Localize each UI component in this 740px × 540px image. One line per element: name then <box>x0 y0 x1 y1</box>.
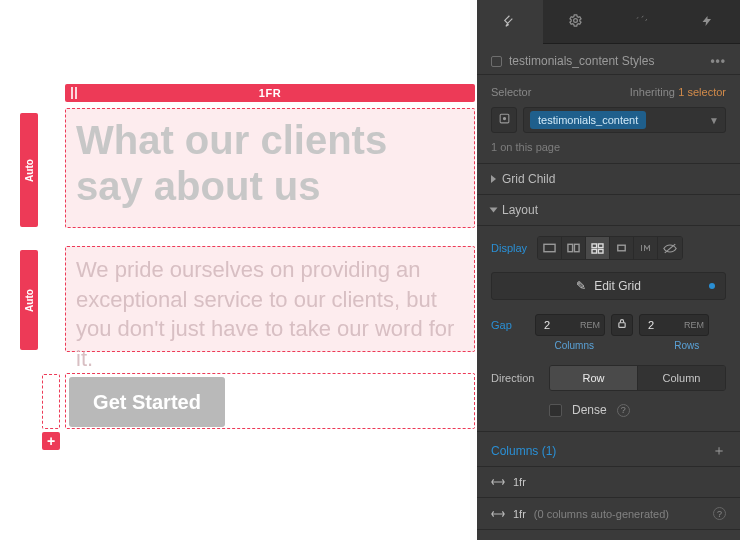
grid-cell-cta[interactable]: Get Started <box>65 373 475 429</box>
grid-column-header[interactable]: 1FR <box>65 84 475 102</box>
section-layout[interactable]: Layout <box>477 195 740 226</box>
gap-rows-sublabel: Rows <box>648 340 727 351</box>
svg-rect-5 <box>574 244 579 251</box>
body-text: We pride ourselves on providing an excep… <box>76 255 464 374</box>
add-column-button[interactable]: ＋ <box>712 442 726 460</box>
grid-row-badge-2[interactable]: Auto <box>20 250 38 350</box>
flex-icon <box>567 243 580 253</box>
grid-icon <box>591 243 604 254</box>
display-inlineblock-button[interactable] <box>610 237 634 259</box>
svg-rect-10 <box>618 245 625 251</box>
grid-cell-heading[interactable]: What our clients say about us <box>65 108 475 228</box>
grid-row-fr-placeholder[interactable] <box>42 374 60 429</box>
chevron-down-icon[interactable]: ▼ <box>709 115 719 126</box>
gap-columns-input[interactable]: 2 REM <box>535 314 605 336</box>
width-arrows-icon <box>491 478 505 486</box>
add-row-button[interactable]: + <box>42 432 60 450</box>
grid-row-badge-1[interactable]: Auto <box>20 113 38 227</box>
brush-icon <box>503 14 517 31</box>
droplets-icon <box>634 13 649 31</box>
columns-section-header[interactable]: Columns (1) ＋ <box>477 432 740 467</box>
width-arrows-icon <box>491 510 505 518</box>
svg-rect-6 <box>592 243 597 247</box>
svg-rect-12 <box>619 323 625 328</box>
inheriting-label: Inheriting <box>630 86 675 98</box>
gap-label: Gap <box>491 319 529 331</box>
selector-label: Selector <box>491 86 531 98</box>
svg-rect-4 <box>568 244 573 251</box>
panel-tabs <box>477 0 740 44</box>
inline-icon <box>639 243 653 253</box>
dense-checkbox[interactable] <box>549 404 562 417</box>
selector-section: Selector Inheriting 1 selector testimoni… <box>477 75 740 164</box>
direction-row-button[interactable]: Row <box>550 366 638 390</box>
selector-count: 1 on this page <box>491 141 726 153</box>
design-canvas[interactable]: 1FR Auto Auto + What our clients say abo… <box>0 0 477 540</box>
selector-chip[interactable]: testimonials_content <box>530 111 646 129</box>
crosshair-icon <box>498 112 511 128</box>
svg-point-2 <box>503 117 505 119</box>
svg-point-0 <box>574 19 578 23</box>
svg-rect-7 <box>598 243 603 247</box>
help-icon[interactable]: ? <box>713 507 726 520</box>
modified-indicator-icon <box>709 283 715 289</box>
styles-more-icon[interactable]: ••• <box>710 54 726 68</box>
layout-section-body: Display ✎ Edit Grid Gap 2 REM <box>477 226 740 432</box>
styles-breadcrumb: testimonials_content Styles <box>509 54 654 68</box>
selector-target-button[interactable] <box>491 107 517 133</box>
inline-block-icon <box>615 243 628 253</box>
style-panel: testimonials_content Styles ••• Selector… <box>477 0 740 540</box>
gear-icon <box>568 13 583 31</box>
gap-columns-sublabel: Columns <box>535 340 614 351</box>
display-inline-button[interactable] <box>634 237 658 259</box>
display-grid-button[interactable] <box>586 237 610 259</box>
selector-chip-field[interactable]: testimonials_content ▼ <box>523 107 726 133</box>
grid-cell-body[interactable]: We pride ourselves on providing an excep… <box>65 246 475 352</box>
lock-icon <box>617 318 627 332</box>
dense-label: Dense <box>572 403 607 417</box>
display-button-group <box>537 236 683 260</box>
column-drag-handle-icon[interactable] <box>71 87 77 99</box>
class-checkbox[interactable] <box>491 56 502 67</box>
cta-button[interactable]: Get Started <box>69 377 225 427</box>
inheriting-count[interactable]: 1 selector <box>678 86 726 98</box>
caret-right-icon <box>491 175 496 183</box>
caret-down-icon <box>490 208 498 213</box>
direction-segment: Row Column <box>549 365 726 391</box>
direction-column-button[interactable]: Column <box>638 366 725 390</box>
section-grid-child[interactable]: Grid Child <box>477 164 740 195</box>
svg-rect-9 <box>598 249 603 253</box>
display-flex-button[interactable] <box>562 237 586 259</box>
svg-rect-3 <box>544 244 555 251</box>
pencil-icon: ✎ <box>576 279 586 293</box>
help-icon[interactable]: ? <box>617 404 630 417</box>
tab-settings[interactable] <box>543 0 609 44</box>
tab-style[interactable] <box>477 0 543 44</box>
display-none-button[interactable] <box>658 237 682 259</box>
tab-effects[interactable] <box>609 0 675 44</box>
direction-label: Direction <box>491 372 541 384</box>
display-block-button[interactable] <box>538 237 562 259</box>
heading-text: What our clients say about us <box>76 117 464 209</box>
display-label: Display <box>491 242 531 254</box>
tab-interactions[interactable] <box>674 0 740 44</box>
gap-lock-button[interactable] <box>611 314 633 336</box>
bolt-icon <box>701 14 713 31</box>
column-item-auto[interactable]: 1fr (0 columns auto-generated) ? <box>477 498 740 530</box>
column-header-label: 1FR <box>65 84 475 102</box>
column-item[interactable]: 1fr <box>477 467 740 498</box>
block-icon <box>543 243 556 253</box>
svg-rect-8 <box>592 249 597 253</box>
styles-breadcrumb-section: testimonials_content Styles ••• <box>477 44 740 75</box>
edit-grid-button[interactable]: ✎ Edit Grid <box>491 272 726 300</box>
gap-rows-input[interactable]: 2 REM <box>639 314 709 336</box>
eye-off-icon <box>663 243 677 254</box>
